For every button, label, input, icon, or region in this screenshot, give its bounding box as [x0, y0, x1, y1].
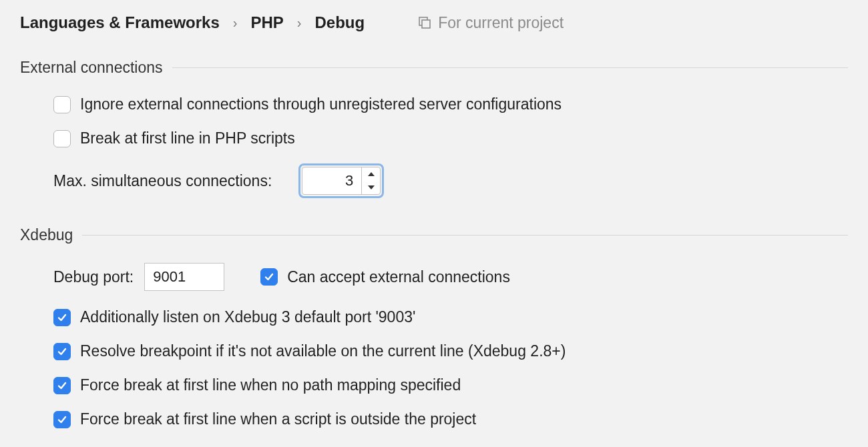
for-current-project-indicator: For current project [418, 14, 564, 32]
breadcrumb-item-languages[interactable]: Languages & Frameworks [20, 13, 220, 32]
label-resolve-breakpoint: Resolve breakpoint if it's not available… [80, 342, 566, 360]
section-xdebug: Xdebug Debug port: 9001 Can accept exter… [20, 226, 848, 428]
checkbox-listen-default-port[interactable] [53, 309, 71, 326]
chevron-right-icon: › [233, 15, 238, 31]
label-force-break-no-mapping: Force break at first line when no path m… [80, 376, 461, 394]
checkbox-accept-external[interactable] [260, 268, 278, 286]
svg-rect-1 [422, 20, 430, 28]
settings-header: Languages & Frameworks › PHP › Debug For… [20, 13, 848, 32]
checkbox-force-break-outside[interactable] [53, 411, 71, 428]
label-break-first-line: Break at first line in PHP scripts [80, 129, 295, 147]
checkbox-resolve-breakpoint[interactable] [53, 343, 71, 360]
max-connections-value[interactable]: 3 [302, 167, 361, 194]
label-max-connections: Max. simultaneous connections: [53, 172, 272, 190]
checkbox-break-first-line[interactable] [53, 130, 71, 147]
debug-port-input[interactable]: 9001 [144, 263, 224, 291]
section-external-connections: External connections Ignore external con… [20, 59, 848, 198]
label-ignore-external: Ignore external connections through unre… [80, 95, 562, 113]
stepper-down-icon[interactable] [362, 181, 380, 194]
section-title-external: External connections [20, 59, 163, 77]
label-accept-external: Can accept external connections [287, 268, 510, 286]
for-current-project-label: For current project [438, 14, 564, 32]
section-divider [82, 235, 848, 236]
svg-marker-3 [368, 185, 375, 189]
section-title-xdebug: Xdebug [20, 226, 73, 244]
label-listen-default-port: Additionally listen on Xdebug 3 default … [80, 308, 415, 326]
label-debug-port: Debug port: [53, 268, 134, 286]
breadcrumb-item-debug: Debug [314, 13, 365, 32]
max-connections-stepper[interactable]: 3 [298, 163, 384, 198]
project-scope-icon [418, 16, 431, 29]
breadcrumb-item-php[interactable]: PHP [250, 13, 283, 32]
chevron-right-icon: › [297, 15, 302, 31]
checkbox-force-break-no-mapping[interactable] [53, 377, 71, 394]
label-force-break-outside: Force break at first line when a script … [80, 410, 476, 428]
stepper-up-icon[interactable] [362, 167, 380, 181]
section-divider [172, 67, 848, 68]
svg-marker-2 [368, 172, 375, 176]
breadcrumb: Languages & Frameworks › PHP › Debug [20, 13, 365, 32]
checkbox-ignore-external[interactable] [53, 96, 71, 113]
